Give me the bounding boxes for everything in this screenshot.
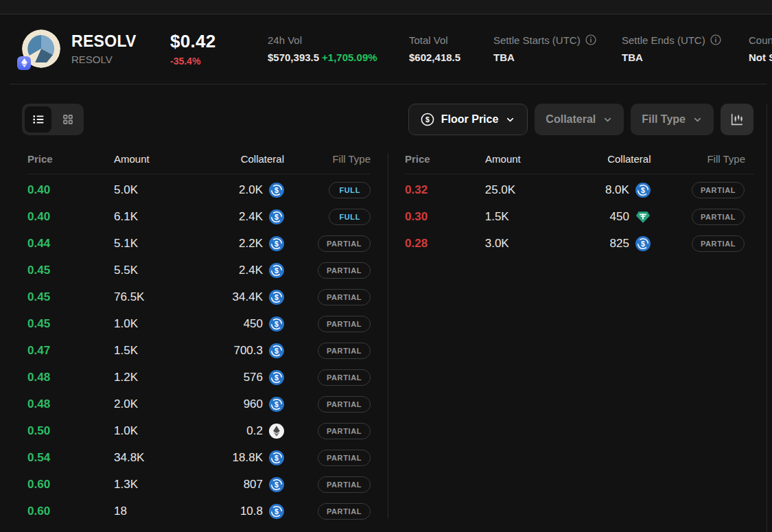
order-amount: 25.0K (485, 183, 561, 197)
order-price: 0.60 (27, 505, 114, 518)
sell-order-row[interactable]: 0.471.5K700.3$PARTIAL (27, 337, 371, 364)
usdc-icon: $ (635, 236, 651, 251)
usdc-icon: $ (269, 236, 284, 251)
fill-type-badge: PARTIAL (318, 316, 371, 332)
list-view-button[interactable] (25, 106, 51, 132)
info-icon[interactable] (585, 34, 596, 45)
fill-type-badge: PARTIAL (692, 182, 745, 198)
token-logo (22, 30, 60, 68)
sell-order-row[interactable]: 0.482.0K960$PARTIAL (27, 391, 371, 417)
fill-type-dropdown[interactable]: Fill Type (631, 104, 714, 135)
stat-settle-ends: Settle Ends (UTC) TBA (622, 34, 738, 63)
order-price: 0.30 (405, 210, 485, 224)
usdc-icon: $ (269, 343, 284, 358)
sell-order-row[interactable]: 0.406.1K2.4K$FULL (27, 203, 371, 230)
svg-text:$: $ (274, 400, 279, 408)
stat-countdown: Countdown Not Started (749, 34, 772, 63)
token-stats: 24h Vol $570,393.5+1,705.09% Total Vol $… (268, 34, 772, 63)
chevron-down-icon (603, 115, 613, 125)
eth-icon (269, 424, 284, 439)
stat-value: TBA (622, 51, 738, 63)
svg-text:$: $ (274, 480, 279, 488)
table-header: Price Amount Collateral Fill Type (405, 153, 753, 174)
grid-view-button[interactable] (54, 106, 81, 132)
orderbook-section: $ Floor Price Collateral Fill Type Price… (0, 104, 772, 532)
collateral-value: 34.4K (233, 290, 263, 304)
column-header-amount: Amount (485, 153, 561, 165)
column-header-collateral: Collateral (562, 153, 651, 165)
svg-text:$: $ (641, 239, 645, 247)
order-price: 0.48 (27, 397, 114, 411)
sell-order-row[interactable]: 0.445.1K2.2K$PARTIAL (27, 230, 371, 257)
info-icon[interactable] (710, 34, 721, 45)
floor-price-dropdown[interactable]: $ Floor Price (408, 104, 528, 135)
stat-value: $602,418.5 (409, 51, 482, 63)
dollar-circle-icon: $ (421, 113, 434, 126)
svg-text:$: $ (274, 319, 279, 327)
token-name: RESOLV (71, 32, 161, 51)
order-price: 0.45 (27, 290, 114, 304)
token-symbol: RESOLV (71, 54, 161, 65)
sell-order-row[interactable]: 0.601810.8$PARTIAL (27, 498, 371, 524)
order-price: 0.40 (27, 183, 114, 197)
stat-change: +1,705.09% (322, 51, 377, 63)
column-header-fill-type: Fill Type (651, 153, 753, 165)
svg-text:$: $ (425, 115, 430, 124)
usdc-icon: $ (269, 477, 284, 492)
candlestick-chart-icon (729, 112, 745, 127)
order-collateral: 8.0K$ (561, 183, 651, 198)
order-collateral: 700.3$ (196, 343, 284, 358)
order-amount: 34.8K (114, 451, 196, 465)
usdc-icon: $ (635, 183, 651, 198)
filter-bar: $ Floor Price Collateral Fill Type (22, 104, 753, 135)
sell-order-row[interactable]: 0.481.2K576$PARTIAL (27, 364, 371, 391)
collateral-value: 700.3 (233, 344, 263, 358)
stat-value: TBA (493, 51, 611, 63)
top-strip (0, 0, 772, 14)
table-header: Price Amount Collateral Fill Type (27, 153, 371, 174)
stat-value: Not Started (749, 51, 772, 63)
collateral-dropdown[interactable]: Collateral (535, 104, 624, 135)
order-amount: 1.0K (114, 317, 196, 331)
svg-text:$: $ (274, 239, 279, 247)
order-amount: 18 (114, 505, 196, 518)
svg-text:$: $ (274, 346, 279, 354)
buy-order-row[interactable]: 0.283.0K825$PARTIAL (405, 230, 753, 257)
token-header: RESOLV RESOLV $0.42 -35.4% 24h Vol $570,… (0, 14, 772, 84)
sell-order-row[interactable]: 0.5434.8K18.8K$PARTIAL (27, 444, 371, 471)
sell-order-row[interactable]: 0.405.0K2.0K$FULL (27, 176, 371, 203)
token-names: RESOLV RESOLV (71, 32, 161, 65)
svg-text:$: $ (274, 507, 279, 515)
stat-label: Total Vol (409, 34, 482, 46)
stat-value: $570,393.5 (268, 51, 319, 63)
sell-order-row[interactable]: 0.501.0K0.2PARTIAL (27, 417, 371, 444)
svg-text:$: $ (274, 373, 279, 381)
order-amount: 5.0K (114, 183, 196, 197)
buy-order-row[interactable]: 0.301.5K450PARTIAL (405, 203, 753, 230)
order-collateral: 2.4K$ (196, 263, 284, 278)
panel-edge-divider (767, 104, 767, 532)
usdc-icon: $ (269, 370, 284, 385)
fill-type-badge: FULL (329, 182, 371, 198)
stat-total-vol: Total Vol $602,418.5 (409, 34, 482, 63)
order-collateral: 450 (561, 209, 651, 224)
grid-icon (62, 113, 74, 126)
column-header-amount: Amount (114, 153, 196, 165)
buy-order-row[interactable]: 0.3225.0K8.0K$PARTIAL (405, 176, 753, 203)
order-price: 0.47 (27, 344, 114, 358)
usdc-icon: $ (269, 450, 284, 465)
sell-order-row[interactable]: 0.4576.5K34.4K$PARTIAL (27, 284, 371, 310)
sell-order-row[interactable]: 0.455.5K2.4K$PARTIAL (27, 257, 371, 284)
usdc-icon: $ (269, 183, 284, 198)
sell-order-row[interactable]: 0.601.3K807$PARTIAL (27, 471, 371, 498)
usdt-icon (635, 209, 651, 224)
header-divider (10, 84, 767, 84)
collateral-value: 2.2K (239, 237, 263, 251)
sell-order-row[interactable]: 0.451.0K450$PARTIAL (27, 310, 371, 337)
usdc-icon: $ (269, 209, 284, 224)
order-collateral: 34.4K$ (196, 290, 284, 305)
order-collateral: 960$ (196, 397, 284, 412)
depth-chart-button[interactable] (721, 104, 753, 135)
price-block: $0.42 -35.4% (170, 31, 233, 67)
collateral-value: 0.2 (246, 424, 263, 438)
